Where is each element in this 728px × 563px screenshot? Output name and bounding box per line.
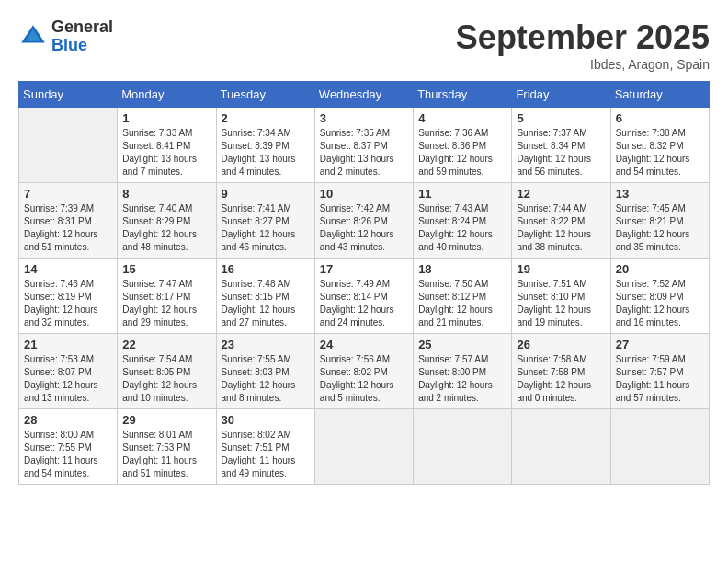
day-number: 10 — [320, 187, 408, 201]
calendar-cell — [414, 409, 512, 485]
day-info: Sunrise: 7:51 AMSunset: 8:10 PMDaylight:… — [517, 278, 605, 329]
day-info: Sunrise: 7:40 AMSunset: 8:29 PMDaylight:… — [122, 202, 210, 254]
day-info: Sunrise: 7:53 AMSunset: 8:07 PMDaylight:… — [24, 353, 112, 405]
day-info: Sunrise: 7:42 AMSunset: 8:26 PMDaylight:… — [320, 202, 408, 254]
day-number: 18 — [418, 262, 506, 276]
calendar-cell: 10 Sunrise: 7:42 AMSunset: 8:26 PMDaylig… — [314, 183, 413, 259]
calendar-body: 1 Sunrise: 7:33 AMSunset: 8:41 PMDayligh… — [19, 108, 710, 485]
calendar-table: SundayMondayTuesdayWednesdayThursdayFrid… — [18, 81, 710, 485]
day-info: Sunrise: 7:34 AMSunset: 8:39 PMDaylight:… — [222, 127, 310, 178]
day-number: 3 — [320, 111, 408, 125]
calendar-cell — [610, 409, 709, 485]
day-info: Sunrise: 7:47 AMSunset: 8:17 PMDaylight:… — [122, 278, 210, 329]
day-number: 29 — [122, 413, 210, 427]
calendar-cell: 21 Sunrise: 7:53 AMSunset: 8:07 PMDaylig… — [19, 334, 118, 409]
day-info: Sunrise: 7:52 AMSunset: 8:09 PMDaylight:… — [616, 278, 704, 329]
calendar-cell: 16 Sunrise: 7:48 AMSunset: 8:15 PMDaylig… — [216, 259, 314, 334]
day-number: 9 — [222, 187, 310, 201]
day-number: 14 — [24, 262, 112, 276]
calendar-cell: 25 Sunrise: 7:57 AMSunset: 8:00 PMDaylig… — [414, 334, 512, 409]
calendar-cell: 18 Sunrise: 7:50 AMSunset: 8:12 PMDaylig… — [414, 259, 512, 334]
calendar-week-1: 1 Sunrise: 7:33 AMSunset: 8:41 PMDayligh… — [19, 108, 710, 183]
day-number: 28 — [24, 413, 112, 427]
day-number: 11 — [418, 187, 506, 201]
day-number: 26 — [517, 338, 605, 351]
calendar-cell — [19, 108, 118, 183]
calendar-cell: 7 Sunrise: 7:39 AMSunset: 8:31 PMDayligh… — [19, 183, 118, 259]
day-number: 4 — [418, 111, 506, 125]
day-info: Sunrise: 7:59 AMSunset: 7:57 PMDaylight:… — [616, 353, 704, 405]
calendar-cell: 17 Sunrise: 7:49 AMSunset: 8:14 PMDaylig… — [314, 259, 413, 334]
weekday-header-wednesday: Wednesday — [314, 82, 413, 108]
day-info: Sunrise: 7:46 AMSunset: 8:19 PMDaylight:… — [24, 278, 112, 329]
day-info: Sunrise: 7:44 AMSunset: 8:22 PMDaylight:… — [517, 202, 605, 254]
day-info: Sunrise: 8:00 AMSunset: 7:55 PMDaylight:… — [24, 429, 112, 480]
calendar-week-2: 7 Sunrise: 7:39 AMSunset: 8:31 PMDayligh… — [19, 183, 710, 259]
title-section: September 2025 Ibdes, Aragon, Spain — [456, 18, 710, 72]
day-info: Sunrise: 7:33 AMSunset: 8:41 PMDaylight:… — [122, 127, 210, 178]
page-header: General Blue September 2025 Ibdes, Arago… — [18, 18, 710, 72]
calendar-cell: 26 Sunrise: 7:58 AMSunset: 7:58 PMDaylig… — [512, 334, 610, 409]
logo-general: General — [51, 18, 113, 37]
calendar-cell: 23 Sunrise: 7:55 AMSunset: 8:03 PMDaylig… — [216, 334, 314, 409]
calendar-cell: 30 Sunrise: 8:02 AMSunset: 7:51 PMDaylig… — [216, 409, 314, 485]
calendar-cell: 22 Sunrise: 7:54 AMSunset: 8:05 PMDaylig… — [118, 334, 216, 409]
calendar-cell: 19 Sunrise: 7:51 AMSunset: 8:10 PMDaylig… — [512, 259, 610, 334]
day-info: Sunrise: 7:55 AMSunset: 8:03 PMDaylight:… — [222, 353, 310, 405]
day-number: 19 — [517, 262, 605, 276]
day-number: 21 — [24, 338, 112, 351]
day-number: 8 — [122, 187, 210, 201]
day-number: 20 — [616, 262, 704, 276]
calendar-cell: 15 Sunrise: 7:47 AMSunset: 8:17 PMDaylig… — [118, 259, 216, 334]
day-info: Sunrise: 7:36 AMSunset: 8:36 PMDaylight:… — [418, 127, 506, 178]
day-info: Sunrise: 7:54 AMSunset: 8:05 PMDaylight:… — [122, 353, 210, 405]
calendar-cell: 27 Sunrise: 7:59 AMSunset: 7:57 PMDaylig… — [610, 334, 709, 409]
day-number: 12 — [517, 187, 605, 201]
weekday-header-thursday: Thursday — [414, 82, 512, 108]
day-number: 13 — [616, 187, 704, 201]
day-number: 23 — [222, 338, 310, 351]
day-info: Sunrise: 7:43 AMSunset: 8:24 PMDaylight:… — [418, 202, 506, 254]
weekday-header-friday: Friday — [512, 82, 610, 108]
calendar-header: SundayMondayTuesdayWednesdayThursdayFrid… — [19, 82, 710, 108]
calendar-cell: 24 Sunrise: 7:56 AMSunset: 8:02 PMDaylig… — [314, 334, 413, 409]
weekday-header-saturday: Saturday — [610, 82, 709, 108]
day-number: 6 — [616, 111, 704, 125]
calendar-week-3: 14 Sunrise: 7:46 AMSunset: 8:19 PMDaylig… — [19, 259, 710, 334]
calendar-cell: 4 Sunrise: 7:36 AMSunset: 8:36 PMDayligh… — [414, 108, 512, 183]
day-info: Sunrise: 7:37 AMSunset: 8:34 PMDaylight:… — [517, 127, 605, 178]
calendar-cell: 13 Sunrise: 7:45 AMSunset: 8:21 PMDaylig… — [610, 183, 709, 259]
calendar-cell: 3 Sunrise: 7:35 AMSunset: 8:37 PMDayligh… — [314, 108, 413, 183]
day-info: Sunrise: 8:01 AMSunset: 7:53 PMDaylight:… — [122, 429, 210, 480]
logo-icon — [18, 22, 48, 52]
calendar-cell: 14 Sunrise: 7:46 AMSunset: 8:19 PMDaylig… — [19, 259, 118, 334]
day-number: 22 — [122, 338, 210, 351]
calendar-cell: 28 Sunrise: 8:00 AMSunset: 7:55 PMDaylig… — [19, 409, 118, 485]
day-info: Sunrise: 7:41 AMSunset: 8:27 PMDaylight:… — [222, 202, 310, 254]
weekday-header-row: SundayMondayTuesdayWednesdayThursdayFrid… — [19, 82, 710, 108]
day-number: 1 — [122, 111, 210, 125]
calendar-cell: 20 Sunrise: 7:52 AMSunset: 8:09 PMDaylig… — [610, 259, 709, 334]
day-number: 25 — [418, 338, 506, 351]
day-number: 7 — [24, 187, 112, 201]
month-title: September 2025 — [456, 18, 710, 57]
calendar-week-5: 28 Sunrise: 8:00 AMSunset: 7:55 PMDaylig… — [19, 409, 710, 485]
day-info: Sunrise: 7:48 AMSunset: 8:15 PMDaylight:… — [222, 278, 310, 329]
day-info: Sunrise: 7:58 AMSunset: 7:58 PMDaylight:… — [517, 353, 605, 405]
day-info: Sunrise: 7:45 AMSunset: 8:21 PMDaylight:… — [616, 202, 704, 254]
calendar-cell: 12 Sunrise: 7:44 AMSunset: 8:22 PMDaylig… — [512, 183, 610, 259]
calendar-cell: 6 Sunrise: 7:38 AMSunset: 8:32 PMDayligh… — [610, 108, 709, 183]
day-info: Sunrise: 7:50 AMSunset: 8:12 PMDaylight:… — [418, 278, 506, 329]
calendar-cell: 8 Sunrise: 7:40 AMSunset: 8:29 PMDayligh… — [118, 183, 216, 259]
day-number: 27 — [616, 338, 704, 351]
day-info: Sunrise: 7:49 AMSunset: 8:14 PMDaylight:… — [320, 278, 408, 329]
day-info: Sunrise: 7:57 AMSunset: 8:00 PMDaylight:… — [418, 353, 506, 405]
day-number: 17 — [320, 262, 408, 276]
calendar-cell: 9 Sunrise: 7:41 AMSunset: 8:27 PMDayligh… — [216, 183, 314, 259]
day-number: 30 — [222, 413, 310, 427]
weekday-header-monday: Monday — [118, 82, 216, 108]
calendar-cell: 1 Sunrise: 7:33 AMSunset: 8:41 PMDayligh… — [118, 108, 216, 183]
day-number: 16 — [222, 262, 310, 276]
calendar-cell: 29 Sunrise: 8:01 AMSunset: 7:53 PMDaylig… — [118, 409, 216, 485]
day-number: 2 — [222, 111, 310, 125]
